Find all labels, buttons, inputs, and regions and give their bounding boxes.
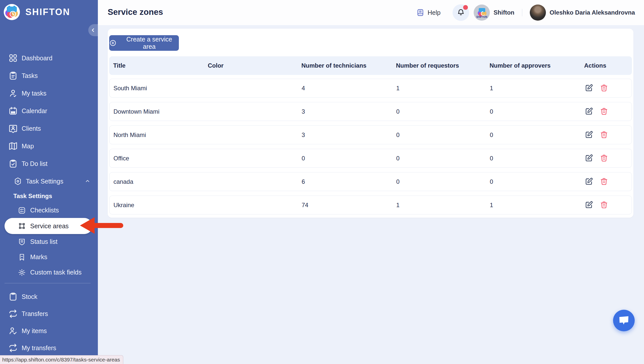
cell-approvers: 1 — [490, 202, 584, 209]
edit-zone-button[interactable] — [584, 177, 593, 186]
service-zones-card: Create a service area Title Color Number… — [108, 29, 633, 218]
cell-actions — [584, 201, 632, 210]
topbar: Service zones Help SHIFTON Shif — [98, 0, 644, 25]
sidebar-item-tasks[interactable]: Tasks — [0, 67, 98, 84]
stock-icon — [8, 292, 18, 302]
cell-actions — [584, 130, 632, 140]
cell-technicians: 6 — [302, 178, 396, 185]
delete-zone-button[interactable] — [599, 201, 609, 210]
cell-color — [208, 108, 302, 115]
cell-color — [208, 85, 302, 92]
sidebar-item-calendar[interactable]: Calendar — [0, 102, 98, 120]
create-service-area-button[interactable]: Create a service area — [109, 35, 179, 51]
sidebar-item-transfers[interactable]: Transfers — [0, 305, 98, 322]
cell-approvers: 0 — [490, 108, 584, 115]
svg-text:SHIFTON: SHIFTON — [476, 16, 487, 18]
sidebar-item-label: My items — [22, 327, 47, 335]
sidebar-item-label: My tasks — [22, 90, 47, 97]
column-header-technicians: Number of technicians — [301, 62, 396, 69]
user-menu[interactable]: Oleshko Daria Aleksandrovna — [530, 5, 635, 21]
column-header-requestors: Number of requestors — [396, 62, 490, 69]
delete-zone-button[interactable] — [599, 130, 609, 140]
trash-icon — [600, 84, 608, 92]
sidebar-item-dashboard[interactable]: Dashboard — [0, 49, 98, 67]
table-body: South Miami411Downtown Miami300North Mia… — [109, 79, 632, 214]
cell-requestors: 0 — [396, 155, 490, 162]
company-menu[interactable]: SHIFTON Shifton — [474, 5, 514, 21]
sidebar-item-task-settings[interactable]: Task Settings — [0, 172, 98, 190]
sidebar-item-stock[interactable]: Stock — [0, 288, 98, 305]
calendar-icon — [8, 106, 18, 116]
dashboard-icon — [8, 53, 18, 63]
cell-title: Office — [113, 155, 208, 162]
chevron-up-icon — [85, 178, 90, 184]
sidebar-item-label: Calendar — [22, 107, 47, 115]
help-label: Help — [428, 9, 440, 16]
sidebar-item-label: Clients — [22, 125, 41, 132]
sidebar: SHIFTON Dashboard Tasks My tasks Calenda… — [0, 0, 98, 364]
edit-zone-button[interactable] — [584, 130, 593, 140]
delete-zone-button[interactable] — [599, 84, 609, 93]
cell-title: Ukraine — [113, 202, 208, 209]
sidebar-subitem-checklists[interactable]: Checklists — [0, 203, 98, 218]
chevron-left-icon — [91, 28, 96, 33]
sidebar-subitem-service-areas[interactable]: Service areas — [5, 218, 92, 234]
cell-title: Downtown Miami — [113, 108, 208, 115]
sidebar-subitem-label: Marks — [30, 253, 47, 261]
user-avatar — [530, 5, 546, 21]
sidebar-item-my-items[interactable]: My items — [0, 322, 98, 339]
checklists-icon — [18, 206, 26, 215]
edit-zone-button[interactable] — [584, 201, 593, 210]
cell-title: canada — [113, 178, 208, 185]
help-button[interactable]: Help — [416, 9, 440, 17]
sidebar-item-label: Transfers — [22, 310, 48, 317]
sidebar-subitem-custom-task-fields[interactable]: Custom task fields — [0, 265, 98, 280]
cell-actions — [584, 84, 632, 93]
table-header-row: Title Color Number of technicians Number… — [109, 56, 632, 75]
delete-zone-button[interactable] — [599, 154, 609, 163]
delete-zone-button[interactable] — [599, 107, 609, 116]
edit-icon — [585, 201, 593, 209]
chat-bubble-icon — [619, 315, 629, 326]
bell-icon — [457, 8, 465, 17]
notifications-button[interactable] — [453, 4, 469, 21]
sidebar-item-my-tasks[interactable]: My tasks — [0, 84, 98, 102]
sidebar-item-clients[interactable]: Clients — [0, 120, 98, 137]
link-preview-url: https://app.shifton.com/c/8397/tasks-ser… — [2, 357, 120, 363]
edit-zone-button[interactable] — [584, 107, 593, 116]
sidebar-subitem-marks[interactable]: Marks — [0, 249, 98, 265]
app-logo[interactable]: SHIFTON — [4, 4, 70, 20]
help-book-icon — [416, 9, 424, 17]
edit-icon — [585, 107, 593, 116]
sidebar-item-my-transfers[interactable]: My transfers — [0, 339, 98, 356]
cell-title: South Miami — [113, 85, 208, 92]
sidebar-subitem-label: Service areas — [30, 222, 69, 230]
edit-icon — [585, 154, 593, 162]
sidebar-subitem-status-list[interactable]: Status list — [0, 234, 98, 249]
cell-requestors: 1 — [396, 202, 490, 209]
chat-widget-button[interactable] — [613, 310, 635, 331]
edit-zone-button[interactable] — [584, 154, 593, 163]
edit-zone-button[interactable] — [584, 84, 593, 93]
sidebar-item-label: My transfers — [22, 344, 56, 352]
table-row: South Miami411 — [109, 79, 632, 98]
my-tasks-icon — [8, 88, 18, 98]
cell-actions — [584, 154, 632, 163]
trash-icon — [600, 130, 608, 139]
company-avatar: SHIFTON — [474, 5, 490, 21]
cell-technicians: 3 — [302, 131, 396, 139]
cell-requestors: 0 — [396, 131, 490, 139]
sidebar-item-todo-list[interactable]: To Do list — [0, 155, 98, 172]
sidebar-item-label: Stock — [22, 293, 37, 300]
sidebar-collapse-button[interactable] — [88, 24, 98, 36]
table-row: Office000 — [109, 149, 632, 168]
cell-approvers: 1 — [490, 85, 584, 92]
sidebar-subitem-label: Custom task fields — [30, 269, 82, 276]
cell-color — [208, 155, 302, 162]
plus-circle-icon — [109, 39, 117, 47]
delete-zone-button[interactable] — [599, 177, 609, 186]
cell-technicians: 0 — [302, 155, 396, 162]
sidebar-item-map[interactable]: Map — [0, 137, 98, 155]
table-row: canada600 — [109, 172, 632, 191]
user-name: Oleshko Daria Aleksandrovna — [550, 9, 635, 16]
